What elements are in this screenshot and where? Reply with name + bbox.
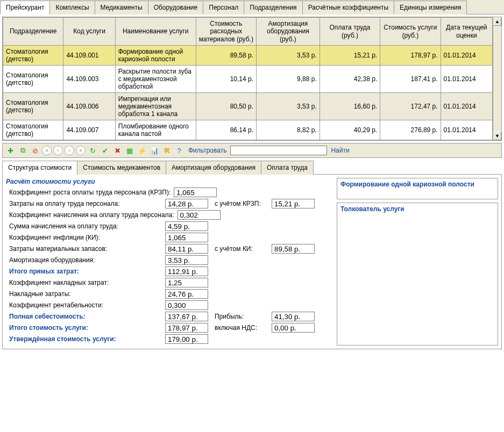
form-value[interactable]	[165, 255, 208, 265]
form-value[interactable]	[165, 300, 208, 310]
form-label: Итого прямых затрат:	[6, 268, 162, 275]
tab-medications[interactable]: Медикаменты	[95, 1, 148, 15]
col-name[interactable]: Наименование услуги	[115, 18, 196, 46]
cell-code: 44.109.001	[63, 46, 115, 66]
form-value[interactable]	[165, 334, 208, 344]
scroll-down-icon[interactable]: ▼	[493, 132, 501, 140]
form-value[interactable]	[165, 233, 208, 242]
form-label: Полная себестоимость:	[6, 313, 162, 320]
col-amort[interactable]: Амортизация оборудования (руб.)	[257, 18, 320, 46]
delete-icon[interactable]: ⊘	[30, 145, 40, 156]
tools-icon[interactable]: 🛠	[161, 145, 172, 156]
find-link[interactable]: Найти	[331, 147, 349, 154]
cell-mat: 80,50 р.	[196, 93, 256, 120]
form-value2[interactable]	[272, 323, 315, 333]
table-row[interactable]: Стоматология (детство)44.109.003Раскрыти…	[3, 66, 493, 93]
cell-amort: 3,53 р.	[257, 46, 320, 66]
form-value2[interactable]	[272, 199, 315, 208]
tab-coefficients[interactable]: Расчётные коэффициенты	[302, 1, 394, 15]
table-row[interactable]: Стоматология (детство)44.109.006Импрегна…	[3, 93, 493, 120]
nav-prev-icon[interactable]: ‹	[53, 146, 63, 155]
cancel-icon[interactable]: ✖	[112, 145, 123, 156]
lightning-icon[interactable]: ⚡	[137, 145, 147, 156]
subtab-structure[interactable]: Структура стоимости	[2, 161, 77, 175]
copy-icon[interactable]: ⧉	[17, 145, 28, 156]
form-label: Коэффициент накладных затрат:	[6, 279, 162, 286]
col-labor[interactable]: Оплата труда (руб.)	[320, 18, 380, 46]
detail-panel: Расчёт стоимости услуги Коэффициент рост…	[2, 175, 502, 349]
tab-equipment[interactable]: Оборудование	[148, 1, 204, 15]
filter-input[interactable]	[230, 146, 327, 155]
tab-complexes[interactable]: Комплексы	[49, 1, 95, 15]
form-value[interactable]	[165, 244, 208, 254]
add-icon[interactable]: ✚	[5, 145, 16, 156]
col-code[interactable]: Код услуги	[63, 18, 115, 46]
form-row: Коэффициент начисления на оплату труда п…	[6, 210, 333, 220]
form-label: Затраты материальных запасов:	[6, 245, 162, 253]
form-label: Утверждённая стоимость услуги:	[6, 335, 162, 343]
grid-wrapper: Подразделение Код услуги Наименование ус…	[2, 17, 502, 141]
excel-icon[interactable]: ▦	[124, 145, 135, 156]
form-value2[interactable]	[272, 312, 315, 321]
cell-amort: 9,88 р.	[257, 66, 320, 93]
refresh-icon[interactable]: ↻	[87, 145, 98, 156]
scroll-up-icon[interactable]: ▲	[493, 17, 501, 26]
form-row: Затраты материальных запасов:с учётом КИ…	[6, 244, 333, 254]
form-mid-label: с учётом КИ:	[215, 245, 268, 253]
cell-amort: 3,53 р.	[257, 93, 320, 120]
help-icon[interactable]: ?	[174, 145, 184, 156]
cell-date: 01.01.2014	[441, 120, 492, 140]
form-value2[interactable]	[272, 244, 315, 254]
form-value[interactable]	[165, 278, 208, 287]
cell-mat: 86,14 р.	[196, 120, 256, 140]
interpreter-panel: Толкователь услуги	[337, 203, 498, 345]
chart-icon[interactable]: 📊	[149, 145, 160, 156]
cell-labor: 15,21 р.	[320, 46, 380, 66]
subtab-amort[interactable]: Амортизация оборудования	[166, 161, 261, 175]
subtab-labor[interactable]: Оплата труда	[261, 161, 314, 175]
filter-link[interactable]: Фильтровать	[188, 147, 226, 154]
form-mid-label: с учётом КРЗП:	[215, 200, 268, 207]
col-cost[interactable]: Стоимость услуги (руб.)	[380, 18, 441, 46]
form-label: Сумма начисления на оплату труда:	[6, 222, 162, 230]
cell-code: 44.109.006	[63, 93, 115, 120]
form-value[interactable]	[165, 289, 208, 299]
cell-cost: 178,97 р.	[380, 46, 441, 66]
col-dept[interactable]: Подразделение	[3, 18, 63, 46]
form-value[interactable]	[165, 312, 208, 321]
detail-right: Формирование одной кариозной полости Тол…	[337, 178, 498, 345]
form-value[interactable]	[165, 199, 208, 208]
apply-icon[interactable]: ✔	[100, 145, 110, 156]
col-date[interactable]: Дата текущей оценки	[441, 18, 492, 46]
form-label: Коэффициент роста оплаты труда персонала…	[6, 189, 171, 196]
form-row: Полная себестоимость:Прибыль:	[6, 312, 333, 321]
tab-personnel[interactable]: Персонал	[203, 1, 244, 15]
col-materials[interactable]: Стоимость расходных материалов (руб.)	[196, 18, 256, 46]
price-grid: Подразделение Код услуги Наименование ус…	[3, 17, 493, 140]
nav-next-icon[interactable]: ›	[65, 146, 74, 155]
main-tabbar: Прейскурант Комплексы Медикаменты Оборуд…	[0, 0, 504, 15]
form-mid-label: включая НДС:	[215, 324, 268, 332]
form-value[interactable]	[165, 221, 208, 231]
cell-cost: 276,89 р.	[380, 120, 441, 140]
cell-name: Раскрытие полости зуба с медикаментозной…	[115, 66, 196, 93]
form-value[interactable]	[165, 323, 208, 333]
form-label: Коэффициент рентабельности:	[6, 301, 162, 309]
form-value[interactable]	[165, 267, 208, 276]
nav-last-icon[interactable]: »	[76, 146, 86, 155]
cell-mat: 10,14 р.	[196, 66, 256, 93]
grid-vscroll[interactable]: ▲ ▼	[493, 17, 501, 140]
nav-first-icon[interactable]: «	[42, 146, 52, 155]
tab-units[interactable]: Единицы измерения	[394, 1, 467, 15]
cell-labor: 40,29 р.	[320, 120, 380, 140]
detail-left: Расчёт стоимости услуги Коэффициент рост…	[6, 178, 333, 345]
tab-pricelist[interactable]: Прейскурант	[0, 1, 50, 15]
cell-code: 44.109.007	[63, 120, 115, 140]
form-value[interactable]	[178, 210, 221, 220]
service-name: Формирование одной кариозной полости	[340, 181, 494, 188]
tab-departments[interactable]: Подразделения	[244, 1, 302, 15]
table-row[interactable]: Стоматология (детство)44.109.001Формиров…	[3, 46, 493, 66]
subtab-med-cost[interactable]: Стоимость медикаментов	[77, 161, 166, 175]
form-value[interactable]	[174, 188, 217, 197]
table-row[interactable]: Стоматология (детство)44.109.007Пломбиро…	[3, 120, 493, 140]
